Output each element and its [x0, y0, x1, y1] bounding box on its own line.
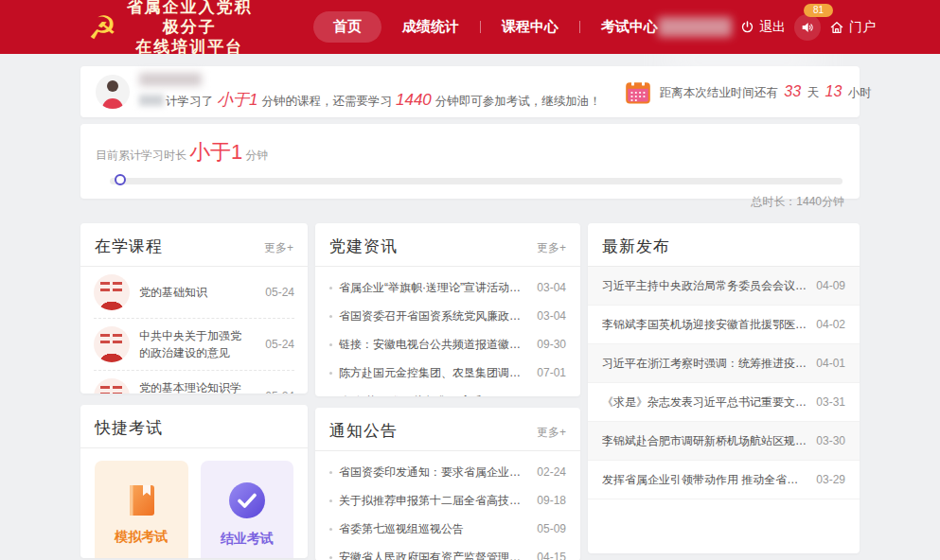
dashboard-columns: 在学课程 更多+ 党的基础知识 05-24 中共中央关于加强党的政治建设的意见 …	[80, 223, 860, 560]
main-nav: 首页 成绩统计 课程中心 考试中心	[313, 11, 658, 43]
course-thumbnail	[94, 378, 130, 394]
book-icon	[123, 483, 159, 517]
latest-row[interactable]: 发挥省属企业引领带动作用 推动全省企业尽快... 03-29	[588, 461, 860, 499]
latest-row[interactable]: 《求是》杂志发表习近平总书记重要文章《在... 03-31	[588, 383, 860, 422]
app-title: 省属企业入党积极分子 在线培训平台	[124, 0, 255, 57]
bullet-dot	[329, 556, 332, 559]
user-study-text: 计学习了 小于1 分钟的课程，还需要学习 1440 分钟即可参加考试，继续加油！	[139, 73, 601, 111]
app-title-line1: 省属企业入党积极分子	[124, 0, 255, 37]
notice-row[interactable]: 关于拟推荐申报第十二届全省高技能人才评选... 09-18	[329, 486, 566, 515]
bullet-dot	[329, 343, 332, 346]
latest-row[interactable]: 习近平主持中央政治局常务委员会会议 分析国... 04-09	[588, 267, 860, 306]
countdown-days-value: 33	[781, 83, 804, 99]
latest-releases-card: 最新发布 习近平主持中央政治局常务委员会会议 分析国... 04-09 李锦斌李…	[588, 223, 860, 553]
notice-date: 05-09	[537, 522, 566, 535]
bullet-dot	[329, 315, 332, 318]
in-progress-courses-card: 在学课程 更多+ 党的基础知识 05-24 中共中央关于加强党的政治建设的意见 …	[80, 223, 308, 394]
news-text: 陈方赴国元金控集团、农垦集团调研督导	[339, 365, 529, 381]
news-date: 03-04	[537, 309, 566, 323]
bullet-dot	[329, 372, 332, 375]
quick-exam-title: 快捷考试	[95, 417, 163, 439]
completion-countdown: 距离本次结业时间还有 33 天 13 小时	[601, 80, 872, 104]
username-redacted	[658, 17, 732, 37]
nav-divider	[480, 21, 481, 33]
nav-home[interactable]: 首页	[313, 11, 381, 43]
announcement-button[interactable]: 81	[794, 14, 821, 41]
notices-title: 通知公告	[329, 420, 398, 442]
notice-date: 02-24	[537, 465, 566, 479]
progress-handle[interactable]	[115, 174, 126, 185]
party-news-list: 省属企业“举旗帜·送理论”宣讲活动走进华安... 03-04 省国资委召开省国资…	[315, 267, 580, 396]
news-row[interactable]: “红色基因”凝聚海螺集团高质量发展磅礴力... 07-01	[329, 387, 566, 396]
username-redacted	[139, 73, 202, 86]
course-name: 党的基础知识	[139, 284, 252, 301]
notice-text: 关于拟推荐申报第十二届全省高技能人才评选...	[339, 493, 529, 509]
final-exam-tile[interactable]: 结业考试	[201, 461, 294, 558]
news-row[interactable]: 省属企业“举旗帜·送理论”宣讲活动走进华安... 03-04	[329, 273, 566, 302]
calendar-icon	[626, 80, 650, 104]
news-text: 省国资委召开省国资系统党风廉政建设和反腐...	[339, 308, 529, 324]
course-name: 中共中央关于加强党的政治建设的意见	[139, 327, 252, 361]
course-row[interactable]: 党的基本理论知识学习手册 05-24	[94, 370, 294, 394]
main-content: 计学习了 小于1 分钟的课程，还需要学习 1440 分钟即可参加考试，继续加油！	[80, 66, 860, 560]
news-row[interactable]: 陈方赴国元金控集团、农垦集团调研督导 07-01	[329, 359, 566, 387]
header-right: 退出 81 门户	[658, 14, 876, 41]
notice-date: 09-18	[537, 494, 566, 507]
nav-course-center[interactable]: 课程中心	[502, 18, 559, 36]
study-summary-bar: 计学习了 小于1 分钟的课程，还需要学习 1440 分钟即可参加考试，继续加油！	[80, 66, 860, 117]
latest-row[interactable]: 李锦斌赴合肥市调研新桥机场航站区规划建设... 03-30	[588, 422, 860, 461]
latest-text: 习近平主持中央政治局常务委员会会议 分析国...	[602, 278, 807, 294]
logout-button[interactable]: 退出	[740, 19, 786, 36]
notice-text: 安徽省人民政府国有资产监督管理委员会网站...	[339, 550, 529, 560]
course-name: 党的基本理论知识学习手册	[139, 379, 252, 394]
nav-exam-center[interactable]: 考试中心	[601, 18, 658, 36]
portal-label: 门户	[849, 19, 876, 36]
course-date: 05-24	[265, 390, 294, 394]
nav-divider	[579, 21, 580, 33]
news-row[interactable]: 省国资委召开省国资系统党风廉政建设和反腐... 03-04	[329, 302, 566, 330]
redacted-text	[139, 95, 164, 106]
course-row[interactable]: 中共中央关于加强党的政治建设的意见 05-24	[94, 318, 294, 370]
bullet-dot	[329, 287, 332, 289]
news-text: “红色基因”凝聚海螺集团高质量发展磅礴力...	[339, 394, 529, 397]
news-date: 07-01	[537, 366, 566, 379]
latest-row[interactable]: 习近平在浙江考察时强调：统筹推进疫情防控... 04-01	[588, 344, 860, 383]
latest-text: 习近平在浙江考察时强调：统筹推进疫情防控...	[602, 356, 807, 372]
portal-button[interactable]: 门户	[829, 19, 876, 36]
mock-exam-tile[interactable]: 模拟考试	[95, 461, 188, 558]
notification-badge: 81	[804, 4, 833, 17]
notice-row[interactable]: 安徽省人民政府国有资产监督管理委员会网站... 04-15	[329, 543, 566, 560]
quick-exam-header: 快捷考试	[80, 405, 308, 448]
bullet-dot	[329, 499, 332, 502]
news-date: 07-01	[537, 394, 566, 396]
course-date: 05-24	[265, 286, 294, 299]
course-list: 党的基础知识 05-24 中共中央关于加强党的政治建设的意见 05-24 党的基…	[80, 267, 308, 394]
progress-track	[110, 178, 842, 184]
latest-list: 习近平主持中央政治局常务委员会会议 分析国... 04-09 李锦斌李国英机场迎…	[588, 267, 860, 499]
news-text: 链接：安徽电视台公共频道报道徽商职业学院...	[339, 337, 529, 353]
study-duration-label-row: 目前累计学习时长 小于1 分钟	[96, 138, 844, 166]
required-minutes-value: 1440	[392, 91, 435, 110]
latest-text: 《求是》杂志发表习近平总书记重要文章《在...	[602, 394, 807, 411]
latest-header: 最新发布	[588, 223, 860, 267]
studied-minutes-value: 小于1	[213, 89, 261, 111]
news-date: 03-04	[537, 281, 566, 294]
nav-score-stats[interactable]: 成绩统计	[402, 18, 459, 36]
notices-more-link[interactable]: 更多+	[537, 425, 566, 441]
exam-tiles: 模拟考试 结业考试	[80, 448, 308, 558]
party-news-more-link[interactable]: 更多+	[537, 240, 566, 256]
user-study-summary: 计学习了 小于1 分钟的课程，还需要学习 1440 分钟即可参加考试，继续加油！	[96, 73, 601, 111]
latest-date: 03-30	[816, 434, 845, 447]
bullet-dot	[329, 471, 332, 474]
notice-row[interactable]: 省委第七巡视组巡视公告 05-09	[329, 515, 566, 543]
courses-more-link[interactable]: 更多+	[264, 240, 293, 256]
course-row[interactable]: 党的基础知识 05-24	[94, 267, 294, 318]
study-suffix: 分钟即可参加考试，继续加油！	[435, 94, 601, 110]
check-circle-icon	[228, 481, 266, 519]
party-news-header: 党建资讯 更多+	[315, 223, 580, 267]
news-row[interactable]: 链接：安徽电视台公共频道报道徽商职业学院... 09-30	[329, 330, 566, 359]
latest-row[interactable]: 李锦斌李国英机场迎接安徽首批援鄂医疗队凯... 04-02	[588, 306, 860, 344]
notice-row[interactable]: 省国资委印发通知：要求省属企业认真贯彻落... 02-24	[329, 458, 566, 486]
home-icon	[829, 20, 844, 35]
countdown-sentence: 距离本次结业时间还有 33 天 13 小时	[660, 83, 872, 101]
